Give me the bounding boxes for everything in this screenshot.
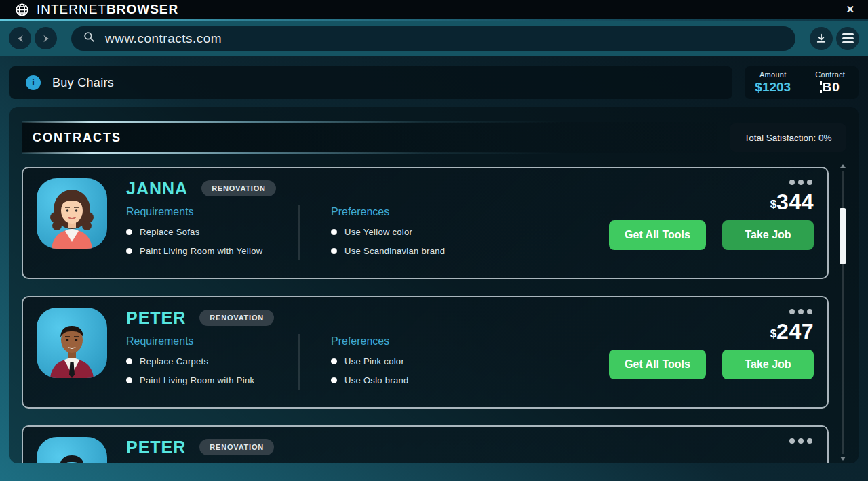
globe-icon (15, 3, 29, 17)
more-options-icon[interactable] (789, 309, 812, 314)
contracts-title-strip: CONTRACTS (22, 122, 717, 153)
hamburger-icon (842, 33, 854, 43)
scroll-down-icon[interactable] (840, 457, 846, 461)
contracts-list: JANNA RENOVATION Requirements Replace So… (22, 167, 846, 463)
bullet-dot-icon (331, 248, 337, 254)
back-button[interactable] (9, 27, 31, 49)
card-prefs-janna: Preferences Use Yellow color Use Scandin… (300, 176, 590, 264)
contracts-title: CONTRACTS (33, 131, 121, 145)
contract-price: $344 (770, 190, 814, 214)
scrollbar-thumb[interactable] (840, 208, 846, 264)
contracts-scrollbar[interactable] (840, 164, 846, 461)
preferences-title: Preferences (331, 206, 590, 218)
card-right-peter: $247 Get All Tools Take Job (590, 306, 814, 394)
contract-type-badge: RENOVATION (199, 310, 274, 326)
contract-type-badge: RENOVATION (199, 439, 274, 455)
contract-card-janna: JANNA RENOVATION Requirements Replace So… (22, 167, 829, 279)
client-name: JANNA (126, 179, 188, 198)
requirement-item: Replace Sofas (126, 227, 298, 237)
bullet-dot-icon (126, 377, 132, 383)
bullet-dot-icon (331, 229, 337, 235)
bullet-dot-icon (126, 248, 132, 254)
contract-price: $247 (770, 320, 814, 343)
info-icon: i (26, 75, 41, 90)
scroll-up-icon[interactable] (840, 164, 846, 168)
more-options-icon[interactable] (789, 438, 812, 444)
contract-label: Contract (815, 70, 845, 79)
contracts-panel: CONTRACTS Total Satisfaction: 0% (9, 107, 859, 463)
url-text: www.contracts.com (105, 31, 222, 46)
avatar-peter-2 (37, 437, 107, 463)
card-spacer (298, 435, 590, 463)
card-main-peter: PETER RENOVATION Requirements Replace Ca… (126, 306, 298, 394)
browser-navbar: www.contracts.com (0, 21, 868, 56)
preference-item: Use Oslo brand (331, 375, 590, 385)
contracts-header: CONTRACTS Total Satisfaction: 0% (22, 122, 846, 153)
wallet-amount-col: Amount $1203 (745, 66, 802, 99)
preference-item: Use Pink color (331, 356, 590, 367)
bullet-dot-icon (126, 229, 132, 235)
card-prefs-peter: Preferences Use Pink color Use Oslo bran… (300, 306, 590, 394)
requirement-item: Replace Carpets (126, 356, 298, 367)
client-name: PETER (126, 438, 186, 457)
card-main-peter-2: PETER RENOVATION (126, 435, 298, 463)
contract-count: 0 (832, 80, 840, 95)
bullet-dot-icon (331, 358, 337, 364)
contract-card-peter-2: PETER RENOVATION (22, 425, 829, 463)
top-row: i Buy Chairs Amount $1203 Contract B0 (9, 66, 859, 99)
contract-card-peter: PETER RENOVATION Requirements Replace Ca… (22, 296, 829, 409)
contract-currency-icon: B (821, 80, 832, 95)
preferences-title: Preferences (331, 335, 590, 348)
preference-item: Use Scandinavian brand (331, 246, 590, 256)
close-icon[interactable]: ✕ (842, 3, 859, 16)
page-content: i Buy Chairs Amount $1203 Contract B0 CO… (0, 56, 868, 481)
quest-label: Buy Chairs (52, 76, 114, 90)
quest-notification: i Buy Chairs (9, 66, 732, 99)
requirement-item: Paint Living Room with Pink (126, 375, 298, 385)
requirements-title: Requirements (126, 335, 298, 348)
amount-value: $1203 (755, 80, 791, 95)
bullet-dot-icon (331, 377, 337, 383)
url-bar[interactable]: www.contracts.com (71, 26, 795, 51)
client-name: PETER (126, 308, 186, 328)
bullet-dot-icon (126, 358, 132, 364)
avatar-janna (37, 178, 107, 249)
amount-label: Amount (760, 70, 787, 79)
get-all-tools-button[interactable]: Get All Tools (609, 220, 706, 250)
take-job-button[interactable]: Take Job (722, 350, 814, 379)
requirement-item: Paint Living Room with Yellow (126, 246, 298, 256)
wallet-panel: Amount $1203 Contract B0 (745, 66, 859, 99)
search-icon (83, 30, 96, 46)
app-title: INTERNETBROWSER (37, 2, 178, 17)
avatar-peter (37, 308, 107, 378)
forward-button[interactable] (35, 27, 57, 49)
app-title-regular: INTERNET (37, 2, 106, 17)
more-options-icon[interactable] (789, 180, 812, 185)
contract-value: B0 (821, 80, 840, 95)
download-button[interactable] (810, 27, 833, 50)
take-job-button[interactable]: Take Job (722, 220, 814, 250)
wallet-contract-col: Contract B0 (802, 66, 859, 99)
titlebar: INTERNETBROWSER ✕ (0, 0, 868, 19)
scrollbar-track[interactable] (842, 171, 844, 454)
card-right-peter-2 (590, 435, 814, 463)
requirements-title: Requirements (126, 206, 298, 218)
preference-item: Use Yellow color (331, 227, 590, 237)
app-title-bold: BROWSER (106, 2, 178, 17)
total-satisfaction-badge: Total Satisfaction: 0% (730, 123, 846, 152)
card-main-janna: JANNA RENOVATION Requirements Replace So… (126, 176, 298, 264)
menu-button[interactable] (836, 27, 859, 50)
card-right-janna: $344 Get All Tools Take Job (590, 176, 814, 264)
contract-type-badge: RENOVATION (201, 180, 276, 196)
get-all-tools-button[interactable]: Get All Tools (609, 350, 706, 379)
browser-window: INTERNETBROWSER ✕ www.contracts.com (0, 0, 868, 481)
